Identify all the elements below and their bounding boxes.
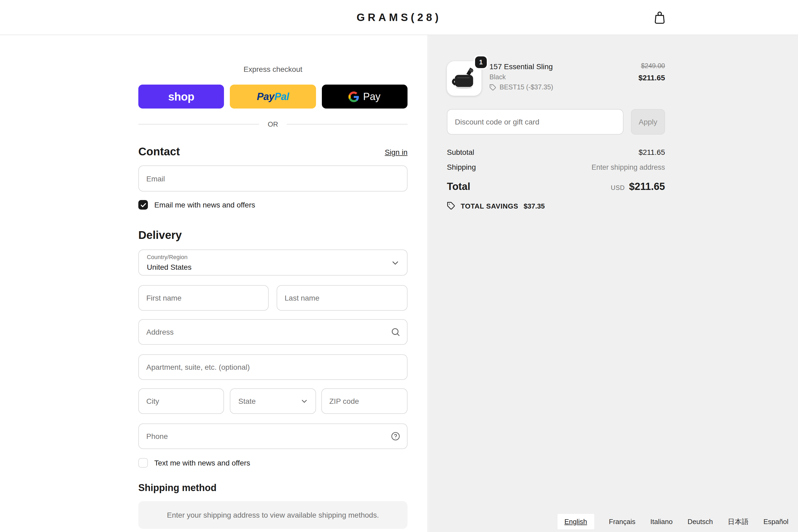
tag-icon	[447, 202, 455, 210]
phone-wrap	[138, 423, 407, 449]
state-select-value: State	[238, 397, 255, 405]
country-select-value: United States	[147, 263, 191, 271]
language-option-espanol[interactable]: Español	[763, 518, 788, 526]
country-select-label: Country/Region	[147, 254, 188, 260]
country-select-wrap: Country/Region United States	[138, 249, 407, 276]
quantity-badge: 1	[475, 56, 487, 68]
express-checkout-buttons: shop PayPal Pay	[138, 84, 407, 109]
cart-button[interactable]	[652, 10, 667, 25]
google-pay-button[interactable]: Pay	[322, 84, 407, 109]
applied-discount-row: BEST15 (-$37.35)	[490, 83, 639, 91]
language-option-francais[interactable]: Français	[609, 518, 635, 526]
checkout-form-panel: Express checkout shop PayPal	[0, 35, 428, 532]
divider-line	[138, 124, 259, 125]
address-wrap	[138, 319, 407, 345]
discount-code-input[interactable]	[447, 109, 624, 135]
email-input[interactable]	[138, 166, 407, 191]
google-g-icon	[349, 91, 359, 102]
subtotal-label: Subtotal	[447, 148, 474, 156]
google-pay-label: Pay	[363, 91, 381, 102]
language-option-japanese[interactable]: 日本語	[728, 517, 748, 527]
first-name-input[interactable]	[138, 285, 269, 311]
shipping-method-empty-text: Enter your shipping address to view avai…	[167, 511, 379, 519]
email-field-wrap	[138, 166, 407, 191]
subtotal-row: Subtotal $211.65	[447, 148, 665, 156]
discount-field-wrap	[447, 109, 624, 135]
product-variant: Black	[490, 73, 639, 81]
subtotal-value: $211.65	[639, 148, 665, 156]
or-text: OR	[268, 120, 278, 128]
zip-input[interactable]	[321, 388, 407, 414]
chevron-down-icon	[391, 258, 400, 267]
apartment-input[interactable]	[138, 354, 407, 380]
email-optin-checkbox[interactable]	[138, 200, 148, 210]
language-option-english[interactable]: English	[557, 514, 594, 529]
product-title: 157 Essential Sling	[490, 62, 639, 71]
or-divider: OR	[138, 120, 407, 128]
apply-discount-button[interactable]: Apply	[631, 109, 665, 135]
total-row: Total USD $211.65	[447, 181, 665, 193]
last-name-wrap	[277, 285, 407, 311]
product-info: 157 Essential Sling Black BEST15 (-$37.3…	[490, 61, 639, 96]
email-optin-label: Email me with news and offers	[154, 201, 255, 209]
country-select[interactable]: Country/Region United States	[138, 249, 407, 276]
applied-discount-code: BEST15 (-$37.35)	[499, 83, 553, 91]
first-name-wrap	[138, 285, 269, 311]
apartment-wrap	[138, 354, 407, 380]
store-logo[interactable]: GRAMS(28)	[357, 11, 441, 23]
state-select-wrap: State	[230, 388, 316, 414]
product-prices: $249.00 $211.65	[639, 61, 665, 96]
order-summary-panel: 1 157 Essential Sling Black BEST15 (-$37…	[429, 35, 798, 532]
total-savings-value: $37.35	[524, 202, 545, 210]
current-price: $211.65	[639, 73, 665, 82]
shipping-value: Enter shipping address	[592, 163, 665, 171]
total-savings-label: TOTAL SAVINGS	[461, 202, 518, 210]
language-option-deutsch[interactable]: Deutsch	[688, 518, 713, 526]
checkout-page: GRAMS(28) Express checkout shop PayPal	[0, 0, 798, 532]
express-checkout-title: Express checkout	[138, 65, 407, 73]
city-input[interactable]	[138, 388, 224, 414]
sign-in-link[interactable]: Sign in	[385, 148, 407, 156]
last-name-input[interactable]	[277, 285, 407, 311]
check-icon	[140, 201, 147, 208]
currency-code: USD	[611, 184, 625, 191]
shipping-row: Shipping Enter shipping address	[447, 163, 665, 171]
total-label: Total	[447, 181, 470, 193]
language-switcher: English Français Italiano Deutsch 日本語 Es…	[557, 514, 788, 529]
total-value: $211.65	[629, 181, 665, 193]
phone-input[interactable]	[138, 423, 407, 449]
email-optin-row[interactable]: Email me with news and offers	[138, 200, 255, 210]
zip-wrap	[321, 388, 407, 414]
delivery-heading: Delivery	[138, 229, 182, 242]
shipping-method-heading: Shipping method	[138, 482, 216, 494]
paypal-button[interactable]: PayPal	[230, 84, 316, 109]
contact-heading: Contact	[138, 145, 180, 158]
city-wrap	[138, 388, 224, 414]
total-savings-row: TOTAL SAVINGS $37.35	[447, 202, 545, 210]
shipping-method-empty-box: Enter your shipping address to view avai…	[138, 501, 407, 529]
divider-line	[287, 124, 408, 125]
state-select[interactable]: State	[230, 388, 316, 414]
original-price: $249.00	[639, 62, 665, 70]
sms-optin-label: Text me with news and offers	[154, 459, 250, 467]
shop-pay-button[interactable]: shop	[138, 84, 224, 109]
address-input[interactable]	[138, 319, 407, 345]
cart-line-item: 1 157 Essential Sling Black BEST15 (-$37…	[447, 61, 665, 96]
sms-optin-checkbox[interactable]	[138, 458, 148, 468]
shopping-bag-icon	[652, 19, 667, 26]
tag-icon	[490, 84, 496, 91]
header: GRAMS(28)	[0, 0, 798, 35]
language-option-italiano[interactable]: Italiano	[650, 518, 673, 526]
product-thumbnail: 1	[447, 61, 481, 96]
shop-pay-wordmark: shop	[168, 90, 194, 103]
shipping-label: Shipping	[447, 163, 476, 171]
chevron-down-icon	[300, 397, 308, 405]
discount-row: Apply	[447, 109, 665, 135]
sling-bag-illustration	[449, 63, 480, 94]
paypal-wordmark: PayPal	[257, 91, 289, 102]
total-amount: USD $211.65	[611, 181, 665, 193]
sms-optin-row[interactable]: Text me with news and offers	[138, 458, 250, 468]
